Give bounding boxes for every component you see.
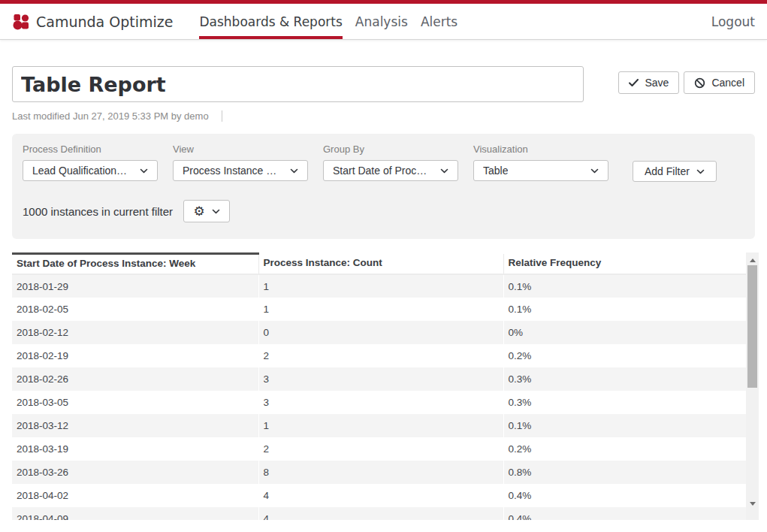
brand-name: Camunda Optimize xyxy=(36,14,173,30)
table-cell: 0 xyxy=(258,321,503,344)
view-value: Process Instance … xyxy=(183,165,276,177)
group-by-dropdown[interactable]: Start Date of Proc… xyxy=(323,160,458,181)
table-cell: 2018-01-29 xyxy=(12,274,258,298)
table-cell: 2018-04-09 xyxy=(12,507,258,520)
table-body: 2018-01-2910.1%2018-02-0510.1%2018-02-12… xyxy=(12,274,746,520)
chevron-down-icon xyxy=(696,169,705,174)
table-cell: 2018-04-02 xyxy=(12,484,258,507)
table-cell: 0.4% xyxy=(503,507,746,520)
view-dropdown[interactable]: Process Instance … xyxy=(173,160,308,181)
table-row: 2018-02-1920.2% xyxy=(12,344,746,367)
table-cell: 0.3% xyxy=(503,367,746,391)
table-cell: 2018-03-12 xyxy=(12,414,258,437)
table-cell: 3 xyxy=(258,391,503,414)
table-cell: 2 xyxy=(258,437,503,461)
cancel-button[interactable]: Cancel xyxy=(684,71,755,94)
field-group-by: Group ByStart Date of Proc… xyxy=(323,144,458,181)
control-fields-row: Process DefinitionLead Qualification…Vie… xyxy=(23,144,744,182)
report-name-input[interactable] xyxy=(12,66,584,102)
group-by-value: Start Date of Proc… xyxy=(333,165,427,177)
table-row: 2018-04-0240.4% xyxy=(12,484,746,507)
column-header-process-instance-count[interactable]: Process Instance: Count xyxy=(258,254,503,275)
top-header: Camunda Optimize Dashboards & ReportsAna… xyxy=(0,0,767,40)
table-cell: 0.4% xyxy=(503,484,746,507)
table-row: 2018-04-0940.4% xyxy=(12,507,746,520)
table-cell: 4 xyxy=(258,484,503,507)
gear-icon: ⚙ xyxy=(193,205,204,218)
table-scrollbar[interactable] xyxy=(746,252,759,520)
scroll-down-button[interactable] xyxy=(746,497,759,509)
report-title-row: Save Cancel xyxy=(12,66,755,102)
logout-link[interactable]: Logout xyxy=(711,4,755,39)
table-cell: 2018-03-05 xyxy=(12,391,258,414)
instance-count-text: 1000 instances in current filter xyxy=(23,205,173,218)
report-table-viewport: Start Date of Process Instance: WeekProc… xyxy=(12,252,746,520)
table-cell: 0.8% xyxy=(503,461,746,484)
add-filter-label: Add Filter xyxy=(645,165,690,177)
table-row: 2018-03-1920.2% xyxy=(12,437,746,461)
table-cell: 8 xyxy=(258,461,503,484)
last-modified-text: Last modified Jun 27, 2019 5:33 PM by de… xyxy=(12,110,209,122)
report-configuration-button[interactable]: ⚙ xyxy=(183,200,230,222)
field-label-process-definition: Process Definition xyxy=(23,144,158,155)
chevron-down-icon xyxy=(590,168,599,174)
table-row: 2018-01-2910.1% xyxy=(12,274,746,298)
field-label-view: View xyxy=(173,144,308,155)
table-cell: 1 xyxy=(258,414,503,437)
process-definition-value: Lead Qualification… xyxy=(32,165,127,177)
table-cell: 0% xyxy=(503,321,746,344)
table-cell: 2018-03-19 xyxy=(12,437,258,461)
report-table: Start Date of Process Instance: WeekProc… xyxy=(12,252,746,520)
add-filter-button[interactable]: Add Filter xyxy=(633,161,717,182)
table-cell: 0.1% xyxy=(503,274,746,298)
chevron-down-icon xyxy=(140,168,148,174)
check-icon xyxy=(629,79,639,87)
field-label-group-by: Group By xyxy=(323,144,458,155)
table-cell: 2018-02-05 xyxy=(12,298,258,321)
process-definition-dropdown[interactable]: Lead Qualification… xyxy=(23,160,158,181)
block-icon xyxy=(694,77,705,89)
table-cell: 0.1% xyxy=(503,414,746,437)
field-label-visualization: Visualization xyxy=(473,144,608,155)
table-cell: 2018-02-19 xyxy=(12,344,258,367)
scroll-up-button[interactable] xyxy=(746,254,759,266)
report-actions: Save Cancel xyxy=(618,71,755,94)
table-cell: 3 xyxy=(258,367,503,391)
scrollbar-thumb[interactable] xyxy=(747,265,757,388)
field-visualization: VisualizationTable xyxy=(473,144,608,181)
column-header-relative-frequency[interactable]: Relative Frequency xyxy=(503,254,746,275)
chevron-down-icon xyxy=(290,168,298,174)
visualization-value: Table xyxy=(483,165,508,177)
camunda-logo-icon xyxy=(12,13,30,31)
brand-home-link[interactable]: Camunda Optimize xyxy=(12,4,173,39)
report-table-area: Start Date of Process Instance: WeekProc… xyxy=(12,252,759,520)
nav-item-dashboards-reports[interactable]: Dashboards & Reports xyxy=(199,4,342,39)
triangle-up-icon xyxy=(750,258,756,262)
nav-item-analysis[interactable]: Analysis xyxy=(355,4,408,39)
table-row: 2018-03-2680.8% xyxy=(12,461,746,484)
column-header-start-date-of-process-instance-week[interactable]: Start Date of Process Instance: Week xyxy=(12,254,258,275)
chevron-down-icon xyxy=(440,168,448,174)
visualization-dropdown[interactable]: Table xyxy=(473,160,608,181)
table-cell: 0.2% xyxy=(503,437,746,461)
chevron-down-icon xyxy=(212,209,220,214)
triangle-down-icon xyxy=(750,502,756,506)
table-cell: 0.2% xyxy=(503,344,746,367)
table-cell: 2018-02-12 xyxy=(12,321,258,344)
table-row: 2018-02-1200% xyxy=(12,321,746,344)
cancel-button-label: Cancel xyxy=(711,77,744,89)
table-cell: 2018-03-26 xyxy=(12,461,258,484)
table-row: 2018-03-1210.1% xyxy=(12,414,746,437)
table-cell: 1 xyxy=(258,298,503,321)
nav-item-alerts[interactable]: Alerts xyxy=(421,4,457,39)
save-button[interactable]: Save xyxy=(618,71,679,94)
table-cell: 0.3% xyxy=(503,391,746,414)
table-row: 2018-02-2630.3% xyxy=(12,367,746,391)
main-nav: Dashboards & ReportsAnalysisAlerts xyxy=(199,4,470,39)
table-row: 2018-02-0510.1% xyxy=(12,298,746,321)
main-content: Save Cancel Last modified Jun 27, 2019 5… xyxy=(0,66,767,520)
table-row: 2018-03-0530.3% xyxy=(12,391,746,414)
table-cell: 1 xyxy=(258,274,503,298)
field-process-definition: Process DefinitionLead Qualification… xyxy=(23,144,158,181)
table-cell: 2018-02-26 xyxy=(12,367,258,391)
